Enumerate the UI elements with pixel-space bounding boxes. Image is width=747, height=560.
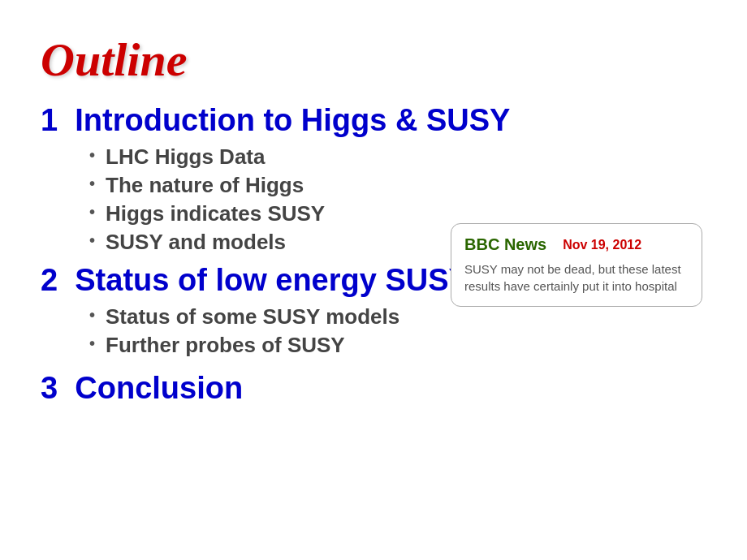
slide-title: Outline <box>41 32 706 87</box>
section-1-heading: 1 Introduction to Higgs & SUSY <box>41 103 706 138</box>
section-3-heading: 3 Conclusion <box>41 371 706 406</box>
bullet-nature: The nature of Higgs <box>89 173 706 198</box>
bbc-header: BBC News Nov 19, 2012 <box>464 235 689 254</box>
bullet-status-models: Status of some SUSY models <box>89 304 706 330</box>
section-3: 3 Conclusion <box>41 371 706 406</box>
bbc-news-box: BBC News Nov 19, 2012 SUSY may not be de… <box>451 223 702 307</box>
slide: Outline 1 Introduction to Higgs & SUSY L… <box>0 0 747 560</box>
bbc-name: BBC News <box>464 235 546 254</box>
section-2-bullets: Status of some SUSY models Further probe… <box>89 304 706 358</box>
bbc-text: SUSY may not be dead, but these latest r… <box>464 261 689 295</box>
bullet-lhc: LHC Higgs Data <box>89 144 706 170</box>
bbc-date: Nov 19, 2012 <box>563 238 641 252</box>
bullet-further-probes: Further probes of SUSY <box>89 333 706 358</box>
